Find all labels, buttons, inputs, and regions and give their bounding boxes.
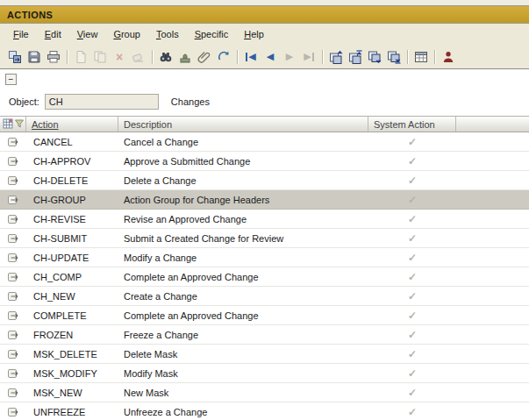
- action-cell: CH-REVISE: [26, 214, 118, 224]
- table-row[interactable]: CH_COMPComplete an Approved Change✓: [0, 267, 529, 287]
- copy-record-icon[interactable]: [90, 48, 110, 66]
- row-drill-icon[interactable]: [0, 367, 26, 380]
- action-cell: MSK_DELETE: [26, 349, 118, 359]
- grid-header-filler: [456, 117, 529, 132]
- description-cell: Freeze a Change: [118, 330, 368, 340]
- duplicate-field-above-icon[interactable]: [326, 48, 346, 66]
- select-columns-icon[interactable]: [3, 118, 13, 131]
- duplicate-field-below-icon[interactable]: [365, 48, 384, 66]
- row-drill-icon[interactable]: [0, 310, 26, 322]
- system-action-check: ✓: [368, 194, 456, 206]
- approve-stamp-icon[interactable]: [175, 48, 195, 66]
- menu-help[interactable]: Help: [236, 26, 272, 42]
- menu-file[interactable]: File: [5, 26, 37, 42]
- menu-view[interactable]: View: [69, 26, 106, 42]
- actions-grid: Action Description System Action CANCELC…: [0, 116, 529, 420]
- find-icon[interactable]: [156, 48, 175, 66]
- row-drill-icon[interactable]: [0, 387, 26, 399]
- system-action-check: ✓: [368, 213, 456, 225]
- system-action-check: ✓: [368, 252, 456, 264]
- row-drill-icon[interactable]: [0, 406, 26, 418]
- window-titlebar: ACTIONS: [0, 5, 529, 24]
- first-record-icon[interactable]: ◀: [241, 48, 261, 66]
- table-row[interactable]: CH-SUBMITSubmit a Created Change for Rev…: [0, 229, 529, 248]
- table-row[interactable]: MSK_DELETEDelete Mask✓: [0, 345, 529, 364]
- action-cell: MSK_NEW: [26, 388, 118, 398]
- description-cell: Delete Mask: [118, 349, 368, 359]
- description-cell: Complete an Approved Change: [118, 310, 368, 321]
- table-row[interactable]: CH-REVISERevise an Approved Change✓: [0, 210, 529, 229]
- duplicate-record-below-icon[interactable]: [384, 48, 404, 66]
- system-action-check: ✓: [368, 348, 456, 360]
- attachment-icon[interactable]: [195, 48, 214, 66]
- object-input[interactable]: [45, 94, 159, 110]
- table-row[interactable]: CANCELCancel a Change✓: [0, 132, 529, 152]
- row-drill-icon[interactable]: [0, 155, 26, 167]
- system-action-check: ✓: [368, 271, 456, 283]
- grid-view-icon[interactable]: [411, 48, 431, 66]
- table-row[interactable]: CH-GROUPAction Group for Change Headers✓: [0, 190, 529, 210]
- window-title: ACTIONS: [7, 10, 53, 20]
- object-description: Changes: [171, 96, 210, 107]
- switch-form-icon[interactable]: [5, 48, 25, 66]
- table-row[interactable]: FROZENFreeze a Change✓: [0, 325, 529, 345]
- row-drill-icon[interactable]: [0, 348, 26, 360]
- row-drill-icon[interactable]: [0, 174, 26, 187]
- row-drill-icon[interactable]: [0, 290, 26, 303]
- refresh-icon[interactable]: [214, 48, 233, 66]
- row-drill-icon[interactable]: [0, 329, 26, 341]
- table-row[interactable]: CH-DELETEDelete a Change✓: [0, 171, 529, 190]
- description-cell: Approve a Submitted Change: [118, 156, 368, 167]
- print-icon[interactable]: [44, 48, 63, 66]
- system-action-check: ✓: [368, 387, 456, 399]
- action-cell: COMPLETE: [26, 310, 118, 321]
- row-drill-icon[interactable]: [0, 213, 26, 225]
- table-row[interactable]: COMPLETEComplete an Approved Change✓: [0, 306, 529, 325]
- filter-icon[interactable]: [14, 118, 25, 131]
- description-cell: Action Group for Change Headers: [118, 195, 368, 205]
- table-row[interactable]: MSK_NEWNew Mask✓: [0, 383, 529, 402]
- row-drill-icon[interactable]: [0, 232, 26, 245]
- row-drill-icon[interactable]: [0, 194, 26, 206]
- new-record-icon[interactable]: [71, 48, 90, 66]
- collapse-button[interactable]: −: [5, 74, 17, 85]
- system-action-check: ✓: [368, 310, 456, 322]
- system-action-check: ✓: [368, 367, 456, 380]
- table-row[interactable]: CH-UPDATEModify a Change✓: [0, 248, 529, 267]
- action-cell: CH_COMP: [26, 272, 118, 282]
- column-header-description[interactable]: Description: [118, 117, 368, 132]
- user-security-icon[interactable]: [439, 48, 458, 66]
- action-cell: CH_NEW: [26, 291, 118, 302]
- description-cell: Modify Mask: [118, 368, 368, 379]
- row-drill-icon[interactable]: [0, 136, 26, 148]
- column-header-action[interactable]: Action: [26, 117, 118, 132]
- system-action-check: ✓: [368, 174, 456, 187]
- save-icon[interactable]: [25, 48, 44, 66]
- menu-bar: File Edit View Group Tools Specific Help: [0, 24, 529, 45]
- previous-record-icon[interactable]: ◀: [261, 48, 280, 66]
- next-record-icon[interactable]: ▶: [280, 48, 299, 66]
- menu-edit[interactable]: Edit: [37, 26, 69, 42]
- action-cell: CH-UPDATE: [26, 253, 118, 263]
- last-record-icon[interactable]: ▶: [299, 48, 318, 66]
- table-row[interactable]: UNFREEZEUnfreeze a Change✓: [0, 402, 529, 420]
- clear-record-icon[interactable]: [129, 48, 148, 66]
- row-drill-icon[interactable]: [0, 271, 26, 283]
- table-row[interactable]: MSK_MODIFYModify Mask✓: [0, 364, 529, 383]
- table-row[interactable]: CH_NEWCreate a Change✓: [0, 287, 529, 306]
- toolbar: × ◀ ◀ ▶ ▶: [0, 45, 529, 69]
- delete-record-icon[interactable]: ×: [110, 48, 129, 66]
- action-cell: UNFREEZE: [26, 407, 118, 417]
- menu-specific[interactable]: Specific: [187, 26, 237, 42]
- menu-group[interactable]: Group: [105, 26, 148, 42]
- row-drill-icon[interactable]: [0, 252, 26, 264]
- column-header-system-action[interactable]: System Action: [368, 117, 456, 132]
- toolbar-separator: [407, 50, 408, 64]
- duplicate-record-above-icon[interactable]: [346, 48, 365, 66]
- action-cell: MSK_MODIFY: [26, 368, 118, 379]
- action-cell: CH-APPROV: [26, 156, 118, 167]
- toolbar-separator: [237, 50, 238, 64]
- table-row[interactable]: CH-APPROVApprove a Submitted Change✓: [0, 152, 529, 171]
- action-cell: CH-SUBMIT: [26, 233, 118, 244]
- menu-tools[interactable]: Tools: [148, 26, 187, 42]
